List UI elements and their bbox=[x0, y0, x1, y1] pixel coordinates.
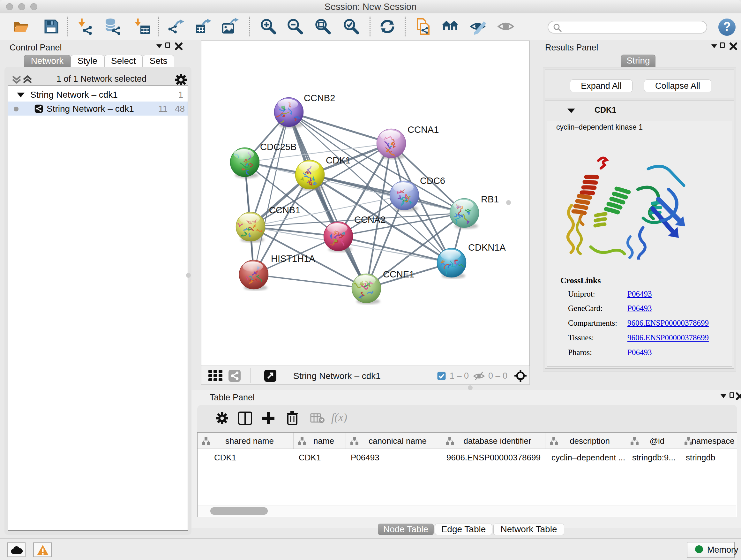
svg-text:CCNA1: CCNA1 bbox=[408, 125, 439, 135]
svg-text:CCNA2: CCNA2 bbox=[354, 214, 386, 225]
svg-text:CCNB1: CCNB1 bbox=[269, 205, 300, 215]
svg-text:CCNB2: CCNB2 bbox=[304, 93, 335, 103]
svg-text:CDC6: CDC6 bbox=[420, 176, 445, 186]
svg-text:CDK1: CDK1 bbox=[326, 155, 350, 165]
svg-text:HIST1H1A: HIST1H1A bbox=[271, 253, 315, 264]
svg-text:CCNE1: CCNE1 bbox=[383, 269, 414, 279]
svg-text:CDC25B: CDC25B bbox=[260, 142, 296, 152]
svg-text:RB1: RB1 bbox=[481, 194, 499, 204]
svg-text:CDKN1A: CDKN1A bbox=[468, 242, 506, 253]
